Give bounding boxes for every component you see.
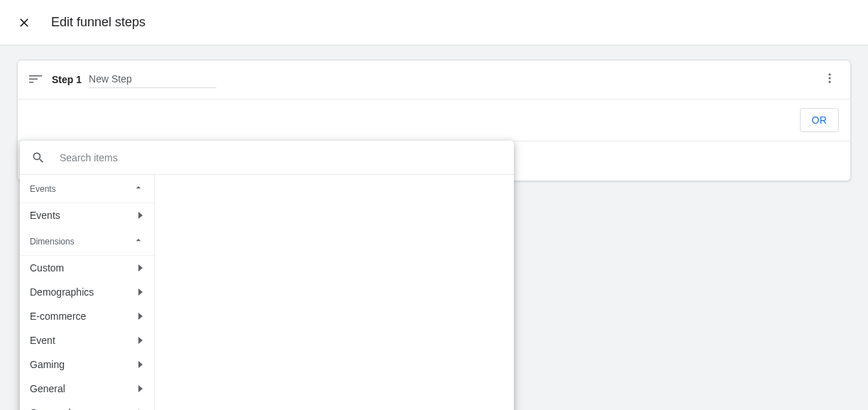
- category-item-custom[interactable]: Custom: [20, 256, 154, 280]
- section-header-dimensions[interactable]: Dimensions: [20, 227, 154, 256]
- category-label: Demographics: [30, 286, 94, 298]
- chevron-up-icon: [133, 234, 144, 248]
- search-input[interactable]: [60, 152, 502, 163]
- category-item-events[interactable]: Events: [20, 203, 154, 227]
- close-icon[interactable]: [17, 16, 31, 30]
- category-item-general[interactable]: General: [20, 377, 154, 401]
- category-item-demographics[interactable]: Demographics: [20, 280, 154, 304]
- category-item-event[interactable]: Event: [20, 328, 154, 352]
- category-label: Custom: [30, 262, 64, 274]
- dialog-title: Edit funnel steps: [51, 15, 145, 30]
- chevron-up-icon: [133, 182, 144, 195]
- chevron-right-icon: [137, 335, 144, 346]
- chevron-right-icon: [137, 407, 144, 410]
- category-label: Event: [30, 335, 55, 346]
- svg-rect-2: [29, 82, 33, 83]
- category-item-geography[interactable]: Geography: [20, 401, 154, 410]
- category-list[interactable]: Events Events Dimensions Custom: [20, 175, 155, 410]
- step-number-label: Step 1: [52, 74, 82, 85]
- category-label: Events: [30, 210, 60, 221]
- chevron-right-icon: [137, 383, 144, 394]
- content-area: Step 1 OR Events Events: [0, 45, 868, 410]
- category-label: General: [30, 383, 65, 394]
- search-icon: [31, 151, 45, 165]
- search-row: [20, 141, 514, 175]
- category-item-gaming[interactable]: Gaming: [20, 352, 154, 377]
- svg-rect-0: [29, 75, 42, 77]
- chevron-right-icon: [137, 262, 144, 274]
- chevron-right-icon: [137, 359, 144, 370]
- step-name-input[interactable]: [89, 72, 216, 88]
- category-label: E-commerce: [30, 311, 86, 322]
- chevron-right-icon: [137, 210, 144, 221]
- svg-point-5: [829, 81, 831, 83]
- dialog-header: Edit funnel steps: [0, 0, 868, 45]
- more-vert-icon[interactable]: [820, 69, 839, 90]
- step-header: Step 1: [18, 60, 850, 99]
- category-label: Gaming: [30, 359, 65, 370]
- step-body: OR: [18, 99, 850, 141]
- svg-point-4: [829, 77, 831, 80]
- category-label: Geography: [30, 407, 79, 410]
- section-label: Events: [30, 184, 56, 194]
- item-picker-panel: Events Events Dimensions Custom: [20, 141, 514, 410]
- chevron-right-icon: [137, 311, 144, 322]
- section-header-events[interactable]: Events: [20, 175, 154, 203]
- category-item-ecommerce[interactable]: E-commerce: [20, 304, 154, 328]
- svg-rect-1: [29, 79, 38, 80]
- sort-icon[interactable]: [29, 75, 42, 84]
- or-button[interactable]: OR: [800, 108, 840, 132]
- section-label: Dimensions: [30, 237, 75, 247]
- chevron-right-icon: [137, 286, 144, 298]
- svg-point-3: [829, 73, 831, 75]
